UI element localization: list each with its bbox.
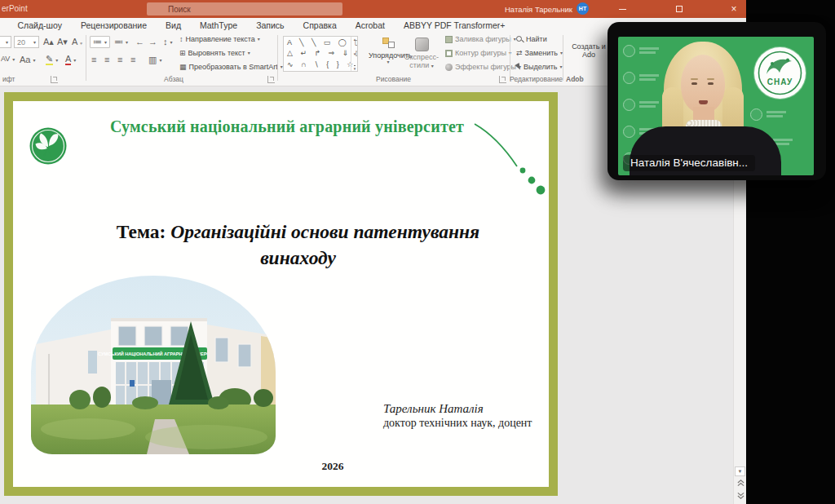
university-logo-icon[interactable] xyxy=(29,127,67,165)
webcam-overlay[interactable]: СНАУ Наталія В'ячеславівн... xyxy=(607,22,826,180)
shapes-row: △ ↵ ↱ ⇒ ⇓ ▷ xyxy=(287,50,354,57)
participant-name-tag: Наталія В'ячеславівн... xyxy=(623,155,755,171)
tab-help[interactable]: Справка xyxy=(294,20,346,30)
author-name: Тарельник Наталія xyxy=(383,401,532,416)
webcam-video: СНАУ Наталія В'ячеславівн... xyxy=(618,37,814,175)
font-dialog-launcher[interactable] xyxy=(51,76,58,83)
previous-slide-button[interactable] xyxy=(736,479,745,488)
snau-logo: СНАУ xyxy=(754,47,806,99)
increase-indent-button[interactable]: → xyxy=(148,38,157,46)
font-group-label: ифт xyxy=(0,75,28,83)
group-separator xyxy=(277,35,278,81)
create-adobe-pdf-button[interactable]: Создать и Ado xyxy=(566,42,612,59)
convert-to-smartart-button[interactable]: ▦Преобразовать в SmartArt▾ xyxy=(179,63,283,71)
change-case-button[interactable]: Aa▾ xyxy=(20,55,35,64)
double-chevron-up-icon xyxy=(737,480,744,487)
next-slide-button[interactable] xyxy=(736,491,745,500)
group-separator xyxy=(563,35,563,81)
close-button[interactable]: × xyxy=(722,0,746,18)
replace-button[interactable]: ⇄Заменить▾ xyxy=(516,49,563,57)
line-spacing-button[interactable]: ↕▾ xyxy=(163,38,173,46)
adobe-group-label: Adob xyxy=(566,75,599,83)
maximize-icon xyxy=(676,6,683,12)
font-name-dropdown[interactable]: ▾ xyxy=(0,36,11,48)
shape-effects-icon xyxy=(445,64,453,71)
shape-fill-icon xyxy=(445,36,453,43)
font-color-button[interactable]: A▾ xyxy=(65,55,76,65)
shape-outline-button[interactable]: Контур фигуры▾ xyxy=(445,49,511,57)
find-icon xyxy=(516,36,524,43)
columns-button[interactable]: ▥▾ xyxy=(148,55,161,64)
arrange-button[interactable]: Упорядочить ▾ xyxy=(369,38,408,64)
font-size-dropdown[interactable]: 20▾ xyxy=(14,36,39,48)
paragraph-dialog-launcher[interactable] xyxy=(267,76,275,83)
text-highlight-button[interactable]: ✎▾ xyxy=(46,55,58,65)
shapes-gallery-scroll[interactable]: ▴▾▾ xyxy=(351,37,358,71)
minimize-icon xyxy=(619,9,626,10)
account-avatar[interactable]: НТ xyxy=(577,2,589,15)
slide-canvas[interactable]: Сумський національний аграрний університ… xyxy=(4,92,558,496)
paragraph-group-label: Абзац xyxy=(88,75,259,83)
building-illustration: СУМСЬКИЙ НАЦІОНАЛЬНИЙ АГРАРНИЙ УНІВЕРСИТ… xyxy=(31,276,276,454)
minimize-button[interactable] xyxy=(610,0,634,18)
building-banner: СУМСЬКИЙ НАЦІОНАЛЬНИЙ АГРАРНИЙ УНІВЕРСИТ… xyxy=(98,351,222,356)
justify-button[interactable]: ≡ xyxy=(130,55,135,64)
quick-styles-button[interactable]: Экспресс- стили ▾ xyxy=(404,38,439,69)
clear-formatting-button[interactable]: Aᵩ xyxy=(72,38,82,46)
author-degree: доктор технічних наук, доцент xyxy=(383,416,532,430)
decrease-indent-button[interactable]: ← xyxy=(135,38,144,46)
account-name: Наталія Тарельник xyxy=(481,5,572,14)
select-cursor-icon xyxy=(515,63,522,71)
slide-year[interactable]: 2026 xyxy=(300,460,365,473)
slide-topic[interactable]: Тема: Організаційні основи патентування … xyxy=(38,219,541,271)
shapes-row: A ╲ ╲ ▭ ◯ ▢ xyxy=(287,39,354,46)
tab-mathtype[interactable]: MathType xyxy=(191,20,247,30)
scroll-down-button[interactable]: ▼ xyxy=(735,466,745,476)
tab-review[interactable]: Рецензирование xyxy=(71,20,156,30)
author-block[interactable]: Тарельник Наталія доктор технічних наук,… xyxy=(383,401,532,430)
group-separator xyxy=(510,35,510,81)
text-direction-button[interactable]: ↕Направление текста▾ xyxy=(179,35,260,43)
participant-face xyxy=(681,55,725,113)
character-spacing-button[interactable]: AV▾ xyxy=(1,55,15,63)
align-left-button[interactable]: ≡ xyxy=(91,55,96,64)
quick-styles-icon xyxy=(415,38,429,51)
shapes-row: ∿ ∩ ∖ { } ☆ xyxy=(287,61,354,69)
editing-group-label: Редактирование xyxy=(510,75,563,83)
tab-acrobat[interactable]: Acrobat xyxy=(346,20,394,30)
tab-view[interactable]: Вид xyxy=(157,20,191,30)
double-chevron-down-icon xyxy=(737,492,744,499)
grow-font-button[interactable]: A▴ xyxy=(43,38,54,46)
align-center-button[interactable]: ≡ xyxy=(104,55,109,64)
bullets-button[interactable]: ≔▾ xyxy=(90,36,110,48)
title-bar: erPoint Наталія Тарельник НТ × xyxy=(0,0,746,18)
align-right-button[interactable]: ≡ xyxy=(117,55,122,64)
drawing-dialog-launcher[interactable] xyxy=(499,76,506,83)
university-title[interactable]: Сумський національний аграрний університ… xyxy=(73,117,501,136)
shape-fill-button[interactable]: Заливка фигуры▾ xyxy=(445,35,516,43)
align-text-button[interactable]: ⊞Выровнять текст▾ xyxy=(179,49,250,57)
university-building-photo[interactable]: СУМСЬКИЙ НАЦІОНАЛЬНИЙ АГРАРНИЙ УНІВЕРСИТ… xyxy=(31,276,276,454)
slide-background: Сумський національний аграрний університ… xyxy=(13,101,549,487)
shape-outline-icon xyxy=(445,50,453,57)
tab-record[interactable]: Запись xyxy=(247,20,294,30)
shrink-font-button[interactable]: A▾ xyxy=(57,38,68,46)
numbering-button[interactable]: ≕▾ xyxy=(114,38,128,46)
select-button[interactable]: Выделить▾ xyxy=(516,63,563,71)
arrange-icon xyxy=(382,38,395,48)
group-separator xyxy=(86,35,86,81)
snau-logo-text: СНАУ xyxy=(767,77,793,86)
find-button[interactable]: Найти xyxy=(516,35,547,43)
drawing-group-label: Рисование xyxy=(277,75,510,83)
window-title: erPoint xyxy=(2,4,28,13)
shapes-gallery[interactable]: A ╲ ╲ ▭ ◯ ▢ △ ↵ ↱ ⇒ ⇓ ▷ ∿ ∩ ∖ { } ☆ xyxy=(283,36,358,72)
search-input[interactable] xyxy=(147,2,342,15)
maximize-button[interactable] xyxy=(667,0,691,18)
tab-slideshow[interactable]: Слайд-шоу xyxy=(8,20,71,30)
tab-abbyy[interactable]: ABBYY PDF Transformer+ xyxy=(394,20,514,30)
